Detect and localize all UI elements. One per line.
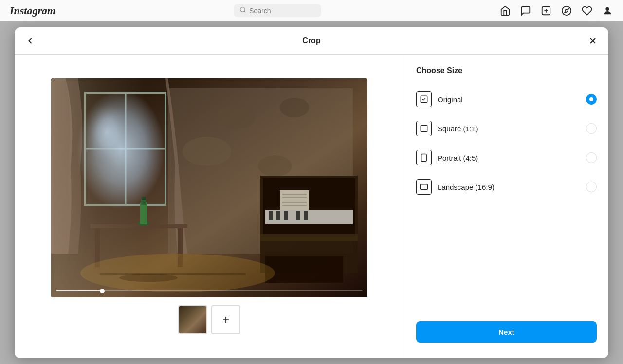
svg-rect-45: [100, 273, 246, 275]
photo-svg: [51, 78, 367, 297]
thumbnail-image: [179, 306, 206, 333]
svg-rect-48: [421, 125, 427, 132]
svg-point-5: [562, 6, 571, 15]
svg-rect-37: [265, 252, 343, 256]
size-option-left-landscape: Landscape (16:9): [416, 179, 495, 195]
svg-rect-32: [276, 211, 280, 220]
landscape-label: Landscape (16:9): [438, 183, 495, 191]
original-label: Original: [438, 95, 463, 104]
square-icon: [416, 121, 432, 136]
thumbnail-item[interactable]: [178, 305, 207, 334]
size-options: Original Square (1:1): [416, 85, 597, 201]
svg-point-46: [119, 274, 178, 282]
svg-rect-49: [421, 154, 427, 162]
nav-icons: [499, 5, 613, 17]
choose-size-title: Choose Size: [416, 66, 597, 75]
portrait-radio[interactable]: [586, 152, 597, 163]
crop-modal: Crop: [15, 27, 608, 358]
svg-rect-24: [140, 202, 147, 224]
size-option-left-portrait: Portrait (4:5): [416, 150, 478, 165]
back-button[interactable]: [22, 33, 38, 49]
close-button[interactable]: [585, 33, 601, 49]
search-input[interactable]: [249, 7, 308, 15]
size-option-left-square: Square (1:1): [416, 121, 478, 136]
svg-rect-12: [85, 93, 165, 205]
svg-line-1: [244, 11, 246, 13]
svg-rect-26: [142, 197, 146, 200]
size-option-landscape[interactable]: Landscape (16:9): [416, 172, 597, 201]
square-radio[interactable]: [586, 123, 597, 134]
svg-rect-36: [265, 254, 343, 283]
svg-point-16: [217, 105, 256, 129]
next-button[interactable]: Next: [416, 321, 597, 343]
square-label: Square (1:1): [438, 125, 478, 133]
svg-point-0: [240, 7, 245, 12]
svg-point-23: [138, 221, 149, 226]
svg-point-18: [183, 137, 231, 166]
original-icon: [416, 91, 432, 107]
search-icon: [239, 6, 246, 15]
portrait-icon: [416, 150, 432, 165]
landscape-radio[interactable]: [586, 182, 597, 192]
search-bar[interactable]: [234, 4, 321, 17]
scrubber-fill: [56, 290, 102, 291]
image-preview: [51, 78, 367, 297]
landscape-icon: [416, 179, 432, 195]
svg-rect-21: [95, 228, 100, 267]
svg-rect-20: [90, 224, 187, 228]
svg-point-17: [280, 98, 309, 117]
modal-title: Crop: [302, 36, 320, 45]
navbar: Instagram: [0, 0, 623, 21]
svg-rect-11: [85, 93, 165, 205]
svg-point-7: [605, 7, 609, 10]
messages-icon[interactable]: [520, 5, 531, 17]
add-post-icon[interactable]: [540, 5, 552, 17]
svg-rect-25: [141, 199, 146, 205]
scrubber-thumb[interactable]: [100, 289, 105, 293]
profile-icon[interactable]: [602, 5, 613, 17]
instagram-logo: Instagram: [10, 4, 55, 17]
svg-marker-6: [565, 9, 568, 13]
add-thumbnail-button[interactable]: +: [211, 305, 240, 334]
explore-icon[interactable]: [561, 5, 572, 17]
size-option-square[interactable]: Square (1:1): [416, 114, 597, 143]
size-option-portrait[interactable]: Portrait (4:5): [416, 143, 597, 172]
svg-rect-50: [421, 184, 428, 190]
svg-rect-31: [269, 211, 273, 220]
svg-rect-33: [284, 211, 288, 220]
photo-simulation: [51, 78, 367, 297]
next-btn-container: Next: [416, 321, 597, 346]
likes-icon[interactable]: [581, 5, 593, 17]
main-area: Crop: [0, 21, 623, 364]
original-radio[interactable]: [586, 94, 597, 105]
size-option-left-original: Original: [416, 91, 463, 107]
size-option-original[interactable]: Original: [416, 85, 597, 114]
svg-rect-34: [296, 211, 300, 220]
left-panel: +: [15, 55, 404, 358]
portrait-label: Portrait (4:5): [438, 154, 478, 162]
modal-header: Crop: [15, 27, 608, 55]
svg-rect-29: [260, 234, 358, 241]
svg-point-19: [258, 155, 292, 177]
image-scrubber[interactable]: [56, 290, 363, 291]
modal-body: + Choose Size: [15, 55, 608, 358]
right-panel: Choose Size Original: [404, 55, 608, 358]
thumbnails-strip: +: [178, 305, 240, 334]
svg-rect-35: [304, 211, 308, 220]
home-icon[interactable]: [499, 5, 511, 17]
